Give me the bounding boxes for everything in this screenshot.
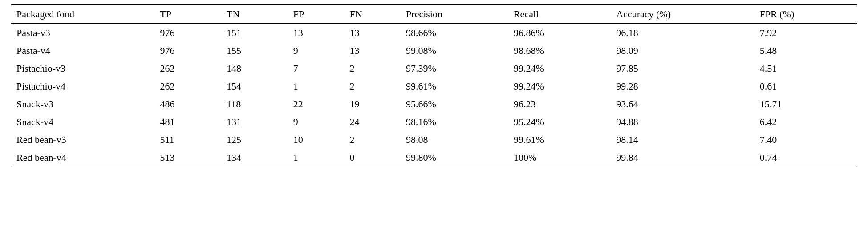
cell-recall: 99.24% [508,60,611,77]
cell-name: Pasta-v4 [11,42,154,60]
table-row: Pasta-v497615591399.08%98.68%98.095.48 [11,42,857,60]
cell-precision: 99.61% [401,77,508,95]
col-header-fp: FP [288,5,345,24]
table-row: Red bean-v351112510298.0899.61%98.147.40 [11,131,857,149]
col-header-fpr: FPR (%) [754,5,857,24]
cell-fpr: 7.92 [754,24,857,42]
table-row: Red bean-v45131341099.80%100%99.840.74 [11,149,857,167]
cell-name: Red bean-v3 [11,131,154,149]
cell-accuracy: 96.18 [611,24,754,42]
cell-accuracy: 99.84 [611,149,754,167]
cell-name: Snack-v4 [11,113,154,131]
table-row: Snack-v448113192498.16%95.24%94.886.42 [11,113,857,131]
cell-accuracy: 98.14 [611,131,754,149]
cell-name: Pistachio-v3 [11,60,154,77]
cell-fp: 7 [288,60,345,77]
col-header-recall: Recall [508,5,611,24]
col-header-fn: FN [344,5,401,24]
cell-precision: 98.08 [401,131,508,149]
cell-tp: 262 [154,77,221,95]
cell-precision: 99.08% [401,42,508,60]
cell-fp: 9 [288,113,345,131]
cell-accuracy: 98.09 [611,42,754,60]
table-row: Pistachio-v32621487297.39%99.24%97.854.5… [11,60,857,77]
cell-fpr: 6.42 [754,113,857,131]
cell-tp: 481 [154,113,221,131]
cell-tp: 262 [154,60,221,77]
cell-recall: 99.61% [508,131,611,149]
cell-tp: 976 [154,42,221,60]
cell-tn: 155 [221,42,288,60]
cell-fpr: 15.71 [754,95,857,113]
cell-accuracy: 97.85 [611,60,754,77]
cell-fp: 1 [288,149,345,167]
cell-accuracy: 99.28 [611,77,754,95]
cell-fn: 0 [344,149,401,167]
col-header-tn: TN [221,5,288,24]
cell-tn: 131 [221,113,288,131]
cell-fp: 10 [288,131,345,149]
cell-recall: 99.24% [508,77,611,95]
cell-fn: 13 [344,24,401,42]
cell-recall: 96.86% [508,24,611,42]
cell-name: Pasta-v3 [11,24,154,42]
cell-fpr: 0.61 [754,77,857,95]
cell-tp: 511 [154,131,221,149]
cell-tp: 513 [154,149,221,167]
cell-tn: 134 [221,149,288,167]
table-row: Pistachio-v42621541299.61%99.24%99.280.6… [11,77,857,95]
cell-precision: 99.80% [401,149,508,167]
cell-tn: 118 [221,95,288,113]
cell-recall: 100% [508,149,611,167]
cell-fn: 2 [344,77,401,95]
cell-fp: 13 [288,24,345,42]
cell-fpr: 7.40 [754,131,857,149]
cell-tn: 151 [221,24,288,42]
cell-fpr: 5.48 [754,42,857,60]
cell-precision: 98.16% [401,113,508,131]
results-table: Packaged food TP TN FP FN Precision Reca… [11,4,857,167]
table-row: Pasta-v3976151131398.66%96.86%96.187.92 [11,24,857,42]
cell-fn: 24 [344,113,401,131]
cell-tn: 154 [221,77,288,95]
cell-tn: 148 [221,60,288,77]
cell-name: Snack-v3 [11,95,154,113]
cell-fn: 13 [344,42,401,60]
cell-recall: 95.24% [508,113,611,131]
cell-tp: 976 [154,24,221,42]
cell-recall: 96.23 [508,95,611,113]
cell-recall: 98.68% [508,42,611,60]
table-row: Snack-v3486118221995.66%96.2393.6415.71 [11,95,857,113]
col-header-tp: TP [154,5,221,24]
cell-fp: 9 [288,42,345,60]
cell-fp: 22 [288,95,345,113]
cell-tn: 125 [221,131,288,149]
cell-name: Red bean-v4 [11,149,154,167]
cell-precision: 98.66% [401,24,508,42]
cell-tp: 486 [154,95,221,113]
cell-fn: 19 [344,95,401,113]
cell-fp: 1 [288,77,345,95]
table-header-row: Packaged food TP TN FP FN Precision Reca… [11,5,857,24]
cell-precision: 97.39% [401,60,508,77]
col-header-name: Packaged food [11,5,154,24]
cell-precision: 95.66% [401,95,508,113]
cell-fn: 2 [344,60,401,77]
cell-name: Pistachio-v4 [11,77,154,95]
cell-fpr: 4.51 [754,60,857,77]
cell-accuracy: 93.64 [611,95,754,113]
col-header-precision: Precision [401,5,508,24]
cell-fpr: 0.74 [754,149,857,167]
cell-fn: 2 [344,131,401,149]
cell-accuracy: 94.88 [611,113,754,131]
col-header-accuracy: Accuracy (%) [611,5,754,24]
